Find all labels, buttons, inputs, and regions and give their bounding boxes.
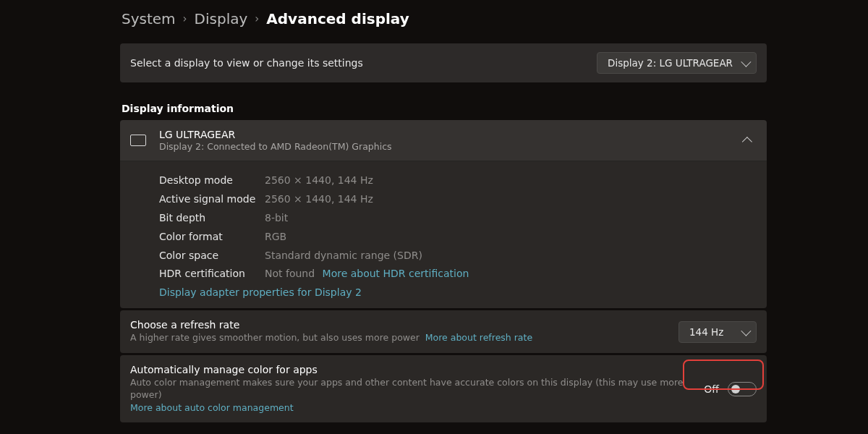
- spec-key: Color space: [159, 247, 265, 265]
- auto-color-toggle-state: Off: [704, 383, 719, 395]
- refresh-rate-title: Choose a refresh rate: [130, 319, 664, 331]
- monitor-icon: [130, 135, 146, 146]
- toggle-knob: [731, 385, 740, 393]
- spec-value: RGB: [265, 228, 286, 247]
- refresh-rate-desc: A higher rate gives smoother motion, but…: [130, 332, 420, 343]
- spec-color-space: Color space Standard dynamic range (SDR): [159, 247, 757, 265]
- display-info-header[interactable]: LG ULTRAGEAR Display 2: Connected to AMD…: [120, 120, 767, 161]
- spec-value: Standard dynamic range (SDR): [265, 247, 422, 265]
- spec-value: Not found: [265, 268, 315, 279]
- breadcrumb-system[interactable]: System: [122, 10, 176, 27]
- spec-value: 2560 × 1440, 144 Hz: [265, 171, 373, 190]
- chevron-down-icon: [741, 57, 751, 67]
- auto-color-link[interactable]: More about auto color management: [130, 402, 294, 413]
- spec-key: Bit depth: [159, 209, 265, 228]
- display-selector-dropdown[interactable]: Display 2: LG ULTRAGEAR: [597, 52, 757, 74]
- chevron-right-icon: ›: [183, 12, 187, 25]
- spec-key: Desktop mode: [159, 171, 265, 190]
- breadcrumb-display[interactable]: Display: [195, 10, 248, 27]
- auto-color-title: Automatically manage color for apps: [130, 364, 689, 375]
- spec-active-signal-mode: Active signal mode 2560 × 1440, 144 Hz: [159, 190, 757, 209]
- display-adapter-properties-link[interactable]: Display adapter properties for Display 2: [159, 286, 362, 298]
- breadcrumb: System › Display › Advanced display: [120, 10, 767, 27]
- chevron-down-icon: [741, 326, 751, 336]
- auto-color-toggle[interactable]: [728, 382, 757, 396]
- refresh-rate-setting: Choose a refresh rate A higher rate give…: [120, 310, 767, 353]
- display-info-card: LG ULTRAGEAR Display 2: Connected to AMD…: [120, 120, 767, 308]
- refresh-rate-value: 144 Hz: [689, 326, 723, 338]
- refresh-rate-dropdown[interactable]: 144 Hz: [678, 321, 757, 343]
- spec-key: Color format: [159, 228, 265, 247]
- page-title: Advanced display: [266, 10, 409, 27]
- display-information-heading: Display information: [120, 103, 767, 114]
- spec-hdr-certification: HDR certification Not found More about H…: [159, 265, 757, 284]
- display-info-body: Desktop mode 2560 × 1440, 144 Hz Active …: [120, 161, 767, 308]
- spec-desktop-mode: Desktop mode 2560 × 1440, 144 Hz: [159, 171, 757, 190]
- display-connection: Display 2: Connected to AMD Radeon(TM) G…: [159, 141, 732, 152]
- auto-color-desc: Auto color management makes sure your ap…: [130, 377, 684, 401]
- auto-color-management-setting: Automatically manage color for apps Auto…: [120, 355, 767, 423]
- display-selector-panel: Select a display to view or change its s…: [120, 43, 767, 82]
- spec-key: Active signal mode: [159, 190, 265, 209]
- auto-color-toggle-group: Off: [704, 382, 757, 396]
- spec-color-format: Color format RGB: [159, 228, 757, 247]
- chevron-right-icon: ›: [255, 12, 259, 25]
- display-name: LG ULTRAGEAR: [159, 129, 732, 140]
- display-selector-label: Select a display to view or change its s…: [130, 57, 363, 69]
- chevron-up-icon: [742, 137, 752, 147]
- spec-value: 2560 × 1440, 144 Hz: [265, 190, 373, 209]
- display-selector-value: Display 2: LG ULTRAGEAR: [608, 57, 733, 69]
- spec-value: 8-bit: [265, 209, 288, 228]
- spec-bit-depth: Bit depth 8-bit: [159, 209, 757, 228]
- spec-key: HDR certification: [159, 265, 265, 284]
- hdr-certification-link[interactable]: More about HDR certification: [323, 268, 469, 279]
- refresh-rate-link[interactable]: More about refresh rate: [425, 332, 532, 343]
